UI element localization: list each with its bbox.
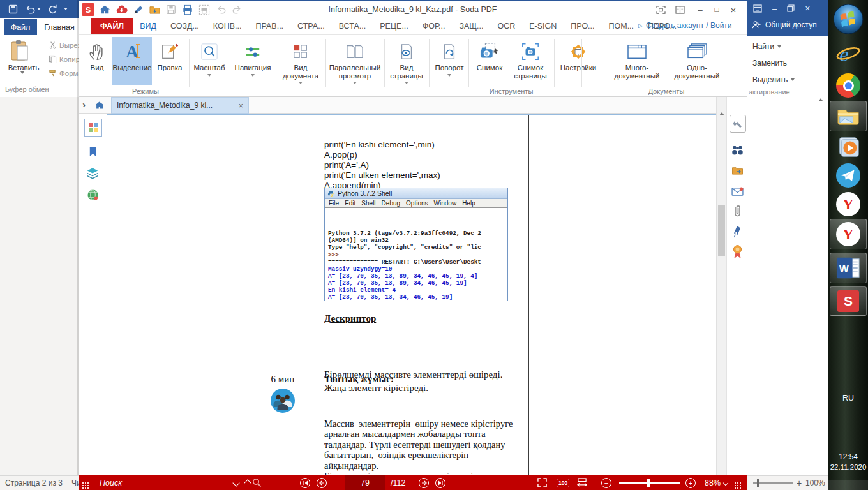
tools-wrench-button[interactable] (730, 115, 746, 133)
redo-disabled-icon[interactable] (230, 3, 243, 16)
background-zoom-thumb[interactable] (757, 479, 760, 487)
layers-panel-button[interactable] (84, 165, 101, 181)
search-binoculars-button[interactable] (730, 142, 745, 158)
zoom-level-dropdown[interactable]: 88% (705, 475, 728, 490)
account-login-link[interactable]: ▷ Создать аккаунт / Войти (638, 21, 732, 30)
ribbon-tab[interactable]: СТРА... (290, 18, 332, 34)
document-tab-close-icon[interactable]: × (238, 101, 243, 110)
undo-dropdown-caret-icon[interactable] (37, 8, 41, 10)
word-count-label[interactable]: Чи (71, 479, 79, 487)
zoom-dropdown-caret-icon[interactable] (207, 74, 211, 77)
parallel-view-button[interactable]: Параллельный просмотр (328, 37, 382, 85)
navigation-dropdown-caret-icon[interactable] (251, 74, 255, 77)
ribbon-tab[interactable]: РЕЦЕ... (373, 18, 415, 34)
navigation-button[interactable]: Навигация (232, 37, 273, 85)
view-mode-button[interactable]: Вид (83, 37, 111, 85)
sidebar-expand-chevron-icon[interactable]: › (82, 100, 86, 109)
background-tab-file[interactable]: Файл (4, 19, 37, 35)
show-desktop-button[interactable] (828, 480, 868, 490)
zoom-in-button[interactable]: + (685, 475, 696, 490)
search-input[interactable]: Поиск (100, 475, 122, 490)
parallel-view-dropdown-caret-icon[interactable] (353, 82, 357, 84)
page-view-dropdown-caret-icon[interactable] (405, 82, 408, 84)
background-tab-home[interactable]: Главная (40, 19, 79, 35)
edit-pen-icon[interactable] (131, 3, 144, 16)
qat-customize-caret-icon[interactable] (64, 8, 68, 10)
rotate-button[interactable]: Поворот (431, 37, 467, 85)
fullscreen-view-icon[interactable] (537, 475, 547, 490)
edit-mode-button[interactable]: Правка (153, 37, 186, 85)
page-view-button[interactable]: Вид страницы (387, 37, 426, 85)
background-restore-button[interactable] (787, 4, 795, 12)
multi-document-button[interactable]: Много-документный (608, 37, 666, 85)
ribbon-tab[interactable]: OCR (490, 18, 522, 34)
ribbon-tab[interactable]: ФОР... (415, 18, 453, 34)
home-tab-button[interactable] (89, 98, 108, 112)
first-page-button[interactable] (300, 475, 310, 490)
ribbon-tab[interactable]: СОЗД... (163, 18, 206, 34)
fit-width-icon[interactable] (577, 475, 587, 490)
rotate-dropdown-caret-icon[interactable] (447, 74, 451, 77)
document-view-button[interactable]: Вид документа (278, 37, 323, 85)
single-document-button[interactable]: Одно-документный (668, 37, 726, 85)
background-close-button[interactable]: × (805, 3, 810, 13)
zoom-slider-thumb[interactable] (647, 479, 650, 487)
zoom-slider[interactable] (619, 475, 680, 490)
yandex-browser-taskbar-button[interactable]: Y (830, 219, 867, 249)
email-button[interactable] (730, 183, 745, 200)
page-indicator-label[interactable]: Страница 2 из 3 (5, 479, 63, 487)
current-page-input[interactable]: 79 (345, 475, 385, 490)
print-area-icon[interactable] (198, 3, 211, 16)
media-player-icon[interactable] (828, 134, 868, 161)
bookmarks-panel-button[interactable] (84, 143, 101, 160)
side-by-side-icon[interactable] (672, 3, 687, 17)
certify-badge-button[interactable] (730, 244, 745, 260)
zoom-button[interactable]: Масштаб (191, 37, 227, 85)
settings-button[interactable]: Настройки (557, 37, 599, 85)
cloud-upload-icon[interactable] (115, 3, 128, 16)
search-magnifier-icon[interactable] (252, 475, 262, 490)
last-page-button[interactable] (435, 475, 445, 490)
collapse-ribbon-caret-icon[interactable] (819, 89, 823, 101)
page-snapshot-button[interactable]: Снимок страницы (509, 37, 551, 85)
open-folder-icon[interactable] (148, 3, 161, 16)
ribbon-tab[interactable]: E-SIGN (522, 18, 564, 34)
attachments-panel-button[interactable] (84, 186, 101, 203)
select-button[interactable]: Выделить (752, 75, 795, 84)
next-page-button[interactable] (419, 475, 429, 490)
previous-page-button[interactable] (317, 475, 327, 490)
ribbon-display-options-icon[interactable] (753, 4, 762, 13)
document-view-dropdown-caret-icon[interactable] (299, 82, 303, 84)
undo-button[interactable] (25, 4, 41, 14)
maximize-button[interactable]: □ (709, 3, 724, 17)
actual-size-button[interactable]: 100 (557, 475, 569, 490)
yandex-browser-icon[interactable]: Y (828, 191, 868, 218)
replace-button[interactable]: Заменить (752, 59, 787, 68)
document-scrollbar[interactable] (716, 97, 726, 475)
close-button[interactable]: × (726, 3, 741, 17)
ribbon-tab[interactable]: ПРАВ... (249, 18, 291, 34)
scrollbar-thumb[interactable] (718, 205, 725, 256)
language-indicator[interactable]: RU (828, 392, 868, 405)
minimize-button[interactable]: – (692, 3, 708, 17)
fullscreen-icon[interactable] (653, 3, 668, 17)
redo-button[interactable] (47, 4, 57, 14)
ribbon-tab[interactable]: ВИД (133, 18, 163, 34)
internet-explorer-icon[interactable]: e (828, 41, 868, 69)
cut-button[interactable]: Вырезать (49, 41, 79, 49)
word-taskbar-button[interactable]: W (830, 253, 867, 283)
document-tab[interactable]: Informatika_Metodika_9 kl... × (111, 97, 249, 114)
find-button[interactable]: Найти (752, 42, 781, 51)
taskbar-clock[interactable]: 12:54 22.11.2020 (828, 449, 868, 475)
attach-button[interactable] (730, 203, 745, 219)
ribbon-tab[interactable]: ПРО... (564, 18, 601, 34)
undo-disabled-icon[interactable] (214, 3, 227, 16)
zoom-out-button[interactable]: − (601, 475, 611, 490)
ribbon-tab[interactable]: ФАЙЛ (91, 18, 133, 34)
snapshot-button[interactable]: Снимок (471, 37, 508, 85)
ribbon-tab[interactable]: ВСТА... (332, 18, 373, 34)
save-disabled-icon[interactable] (165, 3, 177, 16)
ribbon-tab[interactable]: ПОМ... (602, 18, 641, 34)
search-next-chevron-icon[interactable] (244, 479, 251, 486)
start-button[interactable] (828, 3, 868, 36)
